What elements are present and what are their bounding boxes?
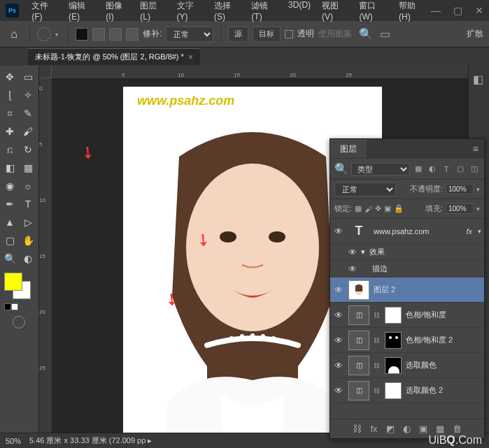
brush-tool[interactable]: 🖌 xyxy=(20,123,36,140)
visibility-toggle[interactable]: 👁 xyxy=(333,335,344,345)
layer-mask[interactable] xyxy=(385,332,402,349)
pen-tool[interactable]: ✒ xyxy=(1,196,18,212)
link-layers-icon[interactable]: ⛓ xyxy=(353,424,362,434)
rotate-tool[interactable]: ◐ xyxy=(20,250,36,267)
source-button[interactable]: 源 xyxy=(228,27,248,42)
magic-wand-tool[interactable]: ✧ xyxy=(20,87,36,103)
history-brush-tool[interactable]: ↻ xyxy=(20,141,36,158)
filter-smart-icon[interactable]: ◫ xyxy=(469,164,480,175)
layer-name[interactable]: www.psahz.com xyxy=(374,227,429,236)
filter-type-icon[interactable]: T xyxy=(441,164,452,175)
libraries-icon[interactable]: ◧ xyxy=(473,73,486,85)
quick-mask-toggle[interactable] xyxy=(13,316,25,328)
search-icon[interactable]: 🔍 xyxy=(359,27,373,41)
layer-row-adj[interactable]: 👁 ◫ ⛓ 选取颜色 2 xyxy=(330,378,484,403)
transparent-checkbox[interactable] xyxy=(285,30,293,38)
layer-mask[interactable] xyxy=(385,357,402,374)
menu-type[interactable]: 文字(Y) xyxy=(171,0,208,24)
ruler-horizontal[interactable]: 5 10 15 20 25 xyxy=(52,66,468,78)
adj-thumbnail[interactable]: ◫ xyxy=(348,331,369,350)
visibility-toggle[interactable]: 👁 xyxy=(333,386,344,396)
minimize-button[interactable]: — xyxy=(431,5,441,16)
fx-toggle-icon[interactable]: ▾ xyxy=(478,228,481,235)
eyedropper-tool[interactable]: ✎ xyxy=(20,105,36,122)
menu-select[interactable]: 选择(S) xyxy=(208,0,246,24)
shape-tool[interactable]: ▢ xyxy=(1,232,18,249)
dodge-tool[interactable]: ☼ xyxy=(20,178,36,194)
selection-add-icon[interactable] xyxy=(92,28,105,41)
menu-file[interactable]: 文件(F) xyxy=(26,0,63,24)
lasso-tool[interactable]: ɭ xyxy=(1,87,18,103)
panels-icon[interactable]: ▭ xyxy=(380,27,390,41)
chevron-down-icon[interactable]: ▾ xyxy=(476,186,480,193)
layer-row-image[interactable]: 👁 图层 2 xyxy=(330,277,484,303)
layer-name[interactable]: 图层 2 xyxy=(374,284,395,295)
layer-row-adj[interactable]: 👁 ◫ ⛓ 色相/饱和度 2 xyxy=(330,328,484,353)
lock-image-icon[interactable]: 🖌 xyxy=(364,205,372,213)
menu-filter[interactable]: 滤镜(T) xyxy=(246,0,283,24)
visibility-toggle[interactable]: 👁 xyxy=(333,285,344,295)
filter-type-select[interactable]: 类型 xyxy=(351,163,410,175)
filter-adj-icon[interactable]: ◐ xyxy=(427,164,438,175)
blend-mode-select[interactable]: 正常 xyxy=(334,182,396,196)
chevron-down-icon[interactable]: ▾ xyxy=(476,205,480,212)
zoom-level[interactable]: 50% xyxy=(6,437,21,445)
layers-tab[interactable]: 图层 xyxy=(330,140,367,158)
layer-name[interactable]: 选取颜色 xyxy=(406,360,437,370)
menu-help[interactable]: 帮助(H) xyxy=(393,0,431,24)
visibility-toggle[interactable]: 👁 xyxy=(347,264,358,274)
selection-new-icon[interactable] xyxy=(76,28,88,41)
eraser-tool[interactable]: ◧ xyxy=(1,159,18,176)
filter-pixel-icon[interactable]: ▦ xyxy=(413,164,424,175)
lock-transparent-icon[interactable]: ▦ xyxy=(355,204,362,213)
tool-preset-icon[interactable] xyxy=(37,27,51,41)
mask-icon[interactable]: ◩ xyxy=(386,424,395,434)
selection-int-icon[interactable] xyxy=(126,28,139,41)
menu-window[interactable]: 窗口(W) xyxy=(353,0,393,24)
document-tab[interactable]: 未标题-1-恢复的 @ 50% (图层 2, RGB/8#) * × xyxy=(28,48,200,65)
adj-thumbnail[interactable]: ◫ xyxy=(348,381,369,400)
layer-row-text[interactable]: 👁 T www.psahz.com fx ▾ xyxy=(330,219,484,244)
close-button[interactable]: ✕ xyxy=(475,5,483,16)
direct-select-tool[interactable]: ▷ xyxy=(20,214,36,231)
hand-tool[interactable]: ✋ xyxy=(20,232,36,249)
adjustment-icon[interactable]: ◐ xyxy=(403,424,411,434)
layer-effects-row[interactable]: 👁 ▾ 效果 xyxy=(330,244,484,261)
marquee-tool[interactable]: ▭ xyxy=(20,68,36,85)
lock-artboard-icon[interactable]: ▣ xyxy=(384,204,391,213)
menu-3d[interactable]: 3D(D) xyxy=(283,0,316,24)
maximize-button[interactable]: ▢ xyxy=(453,5,462,16)
layer-stroke-row[interactable]: 👁 描边 xyxy=(330,261,484,277)
layer-row-adj[interactable]: 👁 ◫ ⛓ 色相/饱和度 xyxy=(330,303,484,328)
close-icon[interactable]: × xyxy=(188,52,193,62)
default-colors[interactable] xyxy=(4,303,36,310)
layer-name[interactable]: 色相/饱和度 2 xyxy=(406,335,453,345)
ruler-vertical[interactable]: 0 5 10 15 20 25 xyxy=(39,78,52,433)
dest-button[interactable]: 目标 xyxy=(253,27,281,42)
patch-tool[interactable]: ✚ xyxy=(1,123,18,140)
blur-tool[interactable]: ◉ xyxy=(1,178,18,194)
lock-all-icon[interactable]: 🔒 xyxy=(394,204,404,213)
selection-sub-icon[interactable] xyxy=(109,28,122,41)
visibility-toggle[interactable]: 👁 xyxy=(347,247,358,257)
menu-edit[interactable]: 编辑(E) xyxy=(63,0,100,24)
filter-shape-icon[interactable]: ▢ xyxy=(455,164,466,175)
layer-name[interactable]: 色相/饱和度 xyxy=(406,310,446,320)
menu-image[interactable]: 图像(I) xyxy=(100,0,134,24)
visibility-toggle[interactable]: 👁 xyxy=(333,226,344,236)
adj-thumbnail[interactable]: ◫ xyxy=(348,305,369,325)
visibility-toggle[interactable]: 👁 xyxy=(333,310,344,320)
opacity-input[interactable] xyxy=(446,184,474,194)
path-select-tool[interactable]: ▲ xyxy=(1,214,18,231)
layer-mask[interactable] xyxy=(385,307,402,324)
patch-mode-select[interactable]: 正常 xyxy=(166,27,213,42)
adj-thumbnail[interactable]: ◫ xyxy=(348,356,369,375)
fx-icon[interactable]: fx xyxy=(370,424,377,434)
gradient-tool[interactable]: ▦ xyxy=(20,159,36,176)
home-button[interactable]: ⌂ xyxy=(6,26,22,43)
lock-position-icon[interactable]: ✥ xyxy=(375,204,381,213)
foreground-color[interactable] xyxy=(4,273,22,291)
new-layer-icon[interactable]: ▦ xyxy=(436,424,444,434)
fx-badge[interactable]: fx xyxy=(466,227,472,236)
layer-thumbnail[interactable] xyxy=(348,280,369,300)
